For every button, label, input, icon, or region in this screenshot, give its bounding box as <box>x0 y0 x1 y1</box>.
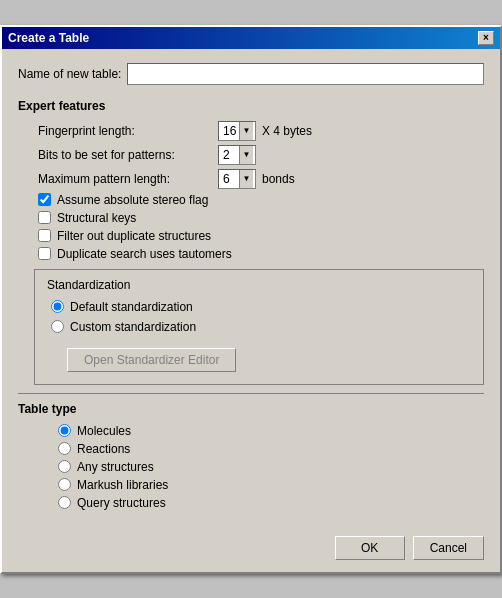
ok-button[interactable]: OK <box>335 536 405 560</box>
name-label: Name of new table: <box>18 67 121 81</box>
radio-query-structures-row: Query structures <box>58 496 484 510</box>
checkbox-stereo-row: Assume absolute stereo flag <box>18 193 484 207</box>
expert-features-section: Expert features Fingerprint length: 16 ▼… <box>18 99 484 385</box>
radio-reactions-label[interactable]: Reactions <box>77 442 130 456</box>
pattern-unit: bonds <box>262 172 295 186</box>
close-button[interactable]: × <box>478 31 494 45</box>
checkbox-stereo[interactable] <box>38 193 51 206</box>
pattern-length-arrow: ▼ <box>239 170 253 188</box>
pattern-length-label: Maximum pattern length: <box>38 172 218 186</box>
checkbox-duplicate-row: Filter out duplicate structures <box>18 229 484 243</box>
checkbox-duplicate[interactable] <box>38 229 51 242</box>
pattern-length-text: 6 <box>221 172 239 186</box>
checkbox-tautomers-label[interactable]: Duplicate search uses tautomers <box>57 247 232 261</box>
section-divider <box>18 393 484 394</box>
bits-value: 2 ▼ <box>218 145 256 165</box>
radio-custom-std-row: Custom standardization <box>47 320 471 334</box>
expert-features-label: Expert features <box>18 99 484 113</box>
bits-label: Bits to be set for patterns: <box>38 148 218 162</box>
dialog-footer: OK Cancel <box>2 528 500 572</box>
name-input[interactable] <box>127 63 484 85</box>
table-type-label: Table type <box>18 402 484 416</box>
radio-any-structures-label[interactable]: Any structures <box>77 460 154 474</box>
radio-default-std-label[interactable]: Default standardization <box>70 300 193 314</box>
fingerprint-length-dropdown[interactable]: 16 ▼ <box>218 121 256 141</box>
fingerprint-length-text: 16 <box>221 124 239 138</box>
bits-dropdown[interactable]: 2 ▼ <box>218 145 256 165</box>
radio-query-structures[interactable] <box>58 496 71 509</box>
title-bar: Create a Table × <box>2 27 500 49</box>
checkbox-structural-label[interactable]: Structural keys <box>57 211 136 225</box>
bits-row: Bits to be set for patterns: 2 ▼ <box>18 145 484 165</box>
fingerprint-length-row: Fingerprint length: 16 ▼ X 4 bytes <box>18 121 484 141</box>
table-type-section: Table type Molecules Reactions Any struc… <box>18 402 484 510</box>
bits-arrow: ▼ <box>239 146 253 164</box>
radio-molecules-label[interactable]: Molecules <box>77 424 131 438</box>
radio-molecules-row: Molecules <box>58 424 484 438</box>
checkbox-tautomers[interactable] <box>38 247 51 260</box>
radio-markush[interactable] <box>58 478 71 491</box>
fingerprint-unit: X 4 bytes <box>262 124 312 138</box>
fingerprint-length-label: Fingerprint length: <box>38 124 218 138</box>
radio-query-structures-label[interactable]: Query structures <box>77 496 166 510</box>
checkbox-tautomers-row: Duplicate search uses tautomers <box>18 247 484 261</box>
radio-molecules[interactable] <box>58 424 71 437</box>
standardization-label: Standardization <box>47 278 471 292</box>
radio-markush-label[interactable]: Markush libraries <box>77 478 168 492</box>
checkbox-stereo-label[interactable]: Assume absolute stereo flag <box>57 193 208 207</box>
checkbox-duplicate-label[interactable]: Filter out duplicate structures <box>57 229 211 243</box>
pattern-length-value: 6 ▼ bonds <box>218 169 295 189</box>
checkbox-structural-row: Structural keys <box>18 211 484 225</box>
radio-any-structures-row: Any structures <box>58 460 484 474</box>
dialog-body: Name of new table: Expert features Finge… <box>2 49 500 528</box>
cancel-button[interactable]: Cancel <box>413 536 484 560</box>
pattern-length-dropdown[interactable]: 6 ▼ <box>218 169 256 189</box>
name-row: Name of new table: <box>18 63 484 85</box>
radio-any-structures[interactable] <box>58 460 71 473</box>
bits-text: 2 <box>221 148 239 162</box>
radio-custom-std[interactable] <box>51 320 64 333</box>
pattern-length-row: Maximum pattern length: 6 ▼ bonds <box>18 169 484 189</box>
radio-markush-row: Markush libraries <box>58 478 484 492</box>
radio-reactions-row: Reactions <box>58 442 484 456</box>
radio-custom-std-label[interactable]: Custom standardization <box>70 320 196 334</box>
radio-default-std[interactable] <box>51 300 64 313</box>
radio-reactions[interactable] <box>58 442 71 455</box>
dialog-title: Create a Table <box>8 31 89 45</box>
table-type-options: Molecules Reactions Any structures Marku… <box>18 424 484 510</box>
radio-default-std-row: Default standardization <box>47 300 471 314</box>
fingerprint-length-arrow: ▼ <box>239 122 253 140</box>
checkbox-structural[interactable] <box>38 211 51 224</box>
create-table-dialog: Create a Table × Name of new table: Expe… <box>0 25 502 574</box>
standardization-group: Standardization Default standardization … <box>34 269 484 385</box>
fingerprint-length-value: 16 ▼ X 4 bytes <box>218 121 312 141</box>
open-standardizer-button[interactable]: Open Standardizer Editor <box>67 348 236 372</box>
